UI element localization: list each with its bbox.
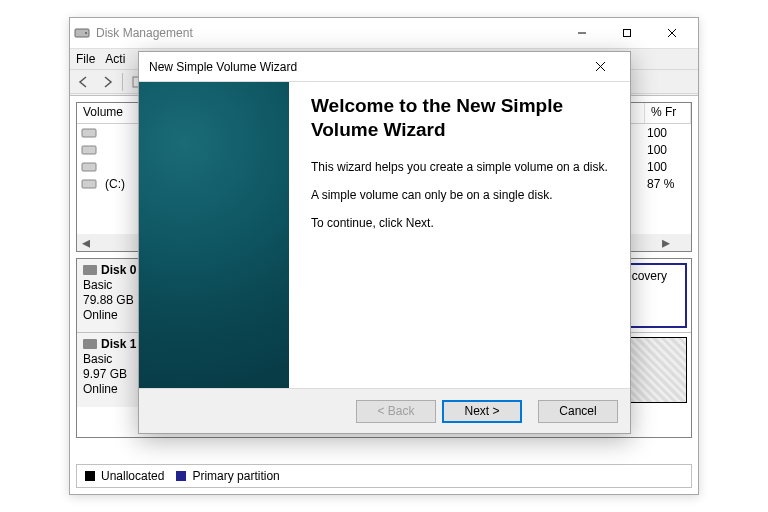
menu-file[interactable]: File — [76, 52, 95, 66]
scrollbar-corner — [674, 234, 691, 251]
volume-icon — [81, 178, 97, 190]
svg-rect-9 — [82, 163, 96, 171]
legend-swatch-primary — [176, 471, 186, 481]
forward-arrow-icon[interactable] — [97, 72, 117, 92]
legend: Unallocated Primary partition — [76, 464, 692, 488]
drive-icon — [83, 265, 97, 275]
scroll-right-icon[interactable]: ▸ — [657, 234, 674, 251]
svg-rect-8 — [82, 146, 96, 154]
col-volume[interactable]: Volume — [77, 103, 147, 123]
menu-action[interactable]: Acti — [105, 52, 125, 66]
back-arrow-icon[interactable] — [74, 72, 94, 92]
dialog-titlebar: New Simple Volume Wizard — [139, 52, 630, 82]
back-button: < Back — [356, 400, 436, 423]
wizard-side-graphic — [139, 82, 289, 388]
cancel-button[interactable]: Cancel — [538, 400, 618, 423]
volume-icon — [81, 144, 97, 156]
next-button[interactable]: Next > — [442, 400, 522, 423]
dialog-body: Welcome to the New Simple Volume Wizard … — [139, 82, 630, 388]
wizard-text: This wizard helps you create a simple vo… — [311, 160, 608, 174]
close-button[interactable] — [649, 19, 694, 47]
window-title: Disk Management — [96, 26, 193, 40]
dialog-button-bar: < Back Next > Cancel — [139, 388, 630, 433]
volume-icon — [81, 127, 97, 139]
close-icon — [595, 61, 606, 72]
wizard-text: To continue, click Next. — [311, 216, 608, 230]
minimize-button[interactable] — [559, 19, 604, 47]
wizard-text: A simple volume can only be on a single … — [311, 188, 608, 202]
window-titlebar: Disk Management — [70, 18, 698, 48]
svg-rect-3 — [623, 30, 630, 37]
maximize-button[interactable] — [604, 19, 649, 47]
col-free[interactable]: % Fr — [645, 103, 691, 123]
dialog-close-button[interactable] — [580, 53, 620, 81]
svg-rect-10 — [82, 180, 96, 188]
wizard-content: Welcome to the New Simple Volume Wizard … — [289, 82, 630, 388]
volume-icon — [81, 161, 97, 173]
svg-rect-7 — [82, 129, 96, 137]
legend-label: Unallocated — [101, 469, 164, 483]
disk-management-icon — [74, 25, 90, 41]
svg-point-1 — [85, 32, 87, 34]
scroll-left-icon[interactable]: ◂ — [77, 234, 94, 251]
new-simple-volume-wizard: New Simple Volume Wizard Welcome to the … — [138, 51, 631, 434]
toolbar-separator — [122, 73, 123, 91]
wizard-heading: Welcome to the New Simple Volume Wizard — [311, 94, 608, 142]
legend-swatch-unallocated — [85, 471, 95, 481]
drive-icon — [83, 339, 97, 349]
legend-label: Primary partition — [192, 469, 279, 483]
dialog-title: New Simple Volume Wizard — [149, 60, 297, 74]
